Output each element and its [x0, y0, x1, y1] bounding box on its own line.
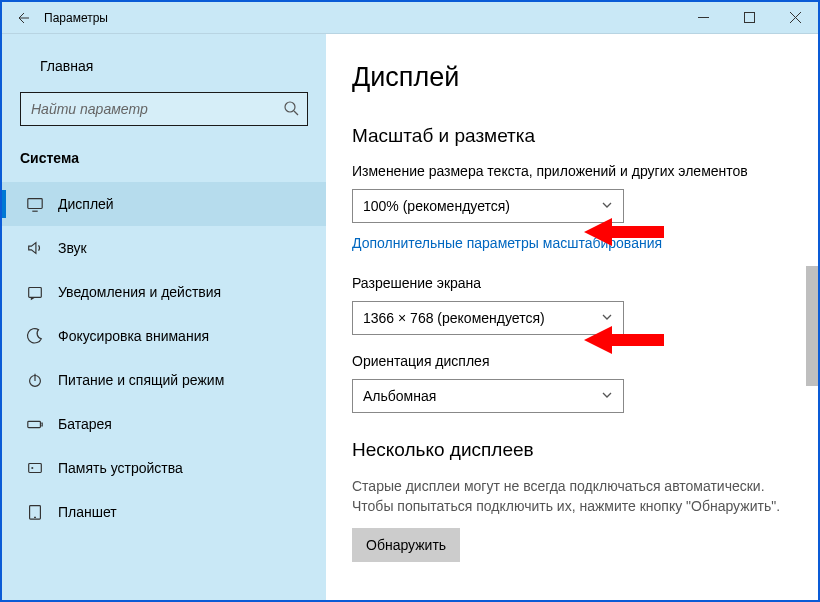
moon-icon: [26, 327, 44, 345]
svg-rect-3: [29, 288, 42, 298]
home-button[interactable]: Главная: [2, 52, 326, 92]
nav-item-battery[interactable]: Батарея: [2, 402, 326, 446]
detect-button[interactable]: Обнаружить: [352, 528, 460, 562]
nav-label: Уведомления и действия: [58, 284, 221, 300]
orientation-label: Ориентация дисплея: [352, 353, 792, 369]
titlebar: Параметры: [2, 2, 818, 34]
notification-icon: [26, 283, 44, 301]
nav-item-focus[interactable]: Фокусировка внимания: [2, 314, 326, 358]
content-area: Дисплей Масштаб и разметка Изменение раз…: [326, 34, 818, 600]
advanced-scaling-link[interactable]: Дополнительные параметры масштабирования: [352, 235, 662, 251]
search-field[interactable]: [29, 100, 283, 118]
storage-icon: [26, 459, 44, 477]
orientation-dropdown[interactable]: Альбомная: [352, 379, 624, 413]
scale-label: Изменение размера текста, приложений и д…: [352, 163, 792, 179]
chevron-down-icon: [601, 198, 613, 214]
section-header: Система: [2, 144, 326, 182]
back-button[interactable]: [2, 2, 42, 33]
monitor-icon: [26, 195, 44, 213]
nav-label: Планшет: [58, 504, 117, 520]
svg-rect-0: [744, 13, 754, 23]
svg-point-1: [285, 102, 295, 112]
nav-item-notifications[interactable]: Уведомления и действия: [2, 270, 326, 314]
orientation-value: Альбомная: [363, 388, 436, 404]
nav-item-power[interactable]: Питание и спящий режим: [2, 358, 326, 402]
nav-item-tablet[interactable]: Планшет: [2, 490, 326, 534]
resolution-label: Разрешение экрана: [352, 275, 792, 291]
svg-point-7: [32, 468, 33, 469]
nav-label: Батарея: [58, 416, 112, 432]
nav-item-storage[interactable]: Память устройства: [2, 446, 326, 490]
multi-note: Старые дисплеи могут не всегда подключат…: [352, 477, 792, 516]
search-icon: [283, 100, 299, 119]
nav-label: Звук: [58, 240, 87, 256]
maximize-button[interactable]: [726, 2, 772, 33]
chevron-down-icon: [601, 310, 613, 326]
nav-label: Дисплей: [58, 196, 114, 212]
minimize-button[interactable]: [680, 2, 726, 33]
page-title: Дисплей: [352, 62, 792, 93]
nav-item-sound[interactable]: Звук: [2, 226, 326, 270]
svg-rect-6: [29, 464, 42, 473]
scale-dropdown[interactable]: 100% (рекомендуется): [352, 189, 624, 223]
home-label: Главная: [40, 58, 93, 74]
svg-rect-2: [28, 199, 42, 209]
nav-label: Фокусировка внимания: [58, 328, 209, 344]
nav-list: Дисплей Звук Уведомления и действия Фоку…: [2, 182, 326, 600]
section-multi-heading: Несколько дисплеев: [352, 439, 792, 461]
battery-icon: [26, 415, 44, 433]
nav-label: Память устройства: [58, 460, 183, 476]
scrollbar-thumb[interactable]: [806, 266, 818, 386]
speaker-icon: [26, 239, 44, 257]
svg-rect-5: [28, 421, 41, 427]
chevron-down-icon: [601, 388, 613, 404]
tablet-icon: [26, 503, 44, 521]
nav-label: Питание и спящий режим: [58, 372, 224, 388]
nav-item-display[interactable]: Дисплей: [2, 182, 326, 226]
window-title: Параметры: [42, 11, 680, 25]
resolution-dropdown[interactable]: 1366 × 768 (рекомендуется): [352, 301, 624, 335]
power-icon: [26, 371, 44, 389]
scale-value: 100% (рекомендуется): [363, 198, 510, 214]
resolution-value: 1366 × 768 (рекомендуется): [363, 310, 545, 326]
close-button[interactable]: [772, 2, 818, 33]
section-scale-heading: Масштаб и разметка: [352, 125, 792, 147]
search-input[interactable]: [20, 92, 308, 126]
sidebar: Главная Система Дисплей Звук: [2, 34, 326, 600]
